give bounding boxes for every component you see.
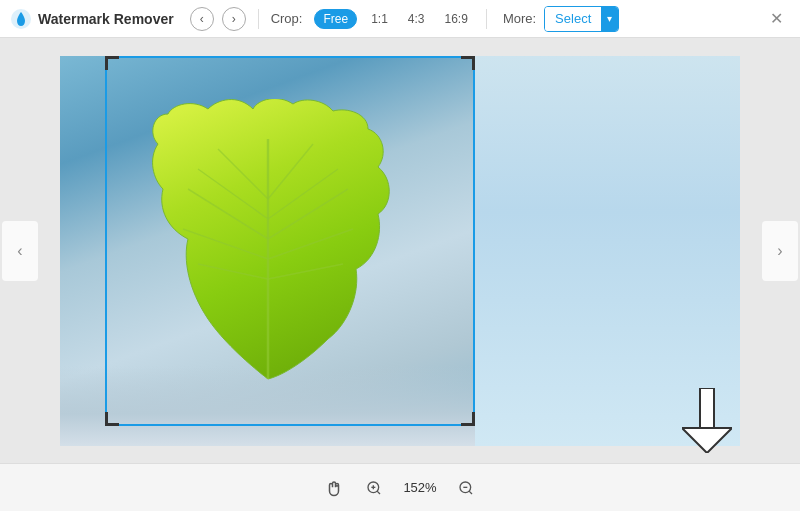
forward-nav-button[interactable]: ›	[222, 7, 246, 31]
more-label: More:	[503, 11, 536, 26]
zoom-level: 152%	[400, 480, 440, 495]
svg-line-4	[377, 491, 380, 494]
divider-2	[486, 9, 487, 29]
crop-16-9-button[interactable]: 16:9	[439, 10, 474, 28]
svg-marker-2	[682, 428, 732, 453]
title-bar: Watermark Remover ‹ › Crop: Free 1:1 4:3…	[0, 0, 800, 38]
image-container	[60, 56, 740, 446]
back-nav-button[interactable]: ‹	[190, 7, 214, 31]
divider-1	[258, 9, 259, 29]
leaf-image-area	[60, 56, 475, 446]
next-image-button[interactable]: ›	[762, 221, 798, 281]
leaf-svg	[128, 99, 408, 403]
zoom-in-button[interactable]	[360, 474, 388, 502]
crop-label: Crop:	[271, 11, 303, 26]
arrow-annotation	[682, 388, 732, 453]
app-logo: Watermark Remover	[10, 8, 182, 30]
select-dropdown[interactable]: Select ▾	[544, 6, 619, 32]
crop-4-3-button[interactable]: 4:3	[402, 10, 431, 28]
bottom-toolbar: 152%	[0, 463, 800, 511]
select-dropdown-text: Select	[545, 7, 601, 31]
app-title: Watermark Remover	[38, 11, 174, 27]
right-preview-area	[475, 56, 740, 446]
app-logo-icon	[10, 8, 32, 30]
close-button[interactable]: ✕	[762, 5, 790, 33]
select-dropdown-arrow: ▾	[601, 7, 618, 31]
pan-tool-button[interactable]	[320, 474, 348, 502]
crop-1-1-button[interactable]: 1:1	[365, 10, 394, 28]
crop-free-button[interactable]: Free	[314, 9, 357, 29]
svg-rect-1	[700, 388, 714, 430]
canvas-area: ‹ ›	[0, 38, 800, 463]
zoom-out-button[interactable]	[452, 474, 480, 502]
prev-image-button[interactable]: ‹	[2, 221, 38, 281]
svg-line-8	[469, 491, 472, 494]
